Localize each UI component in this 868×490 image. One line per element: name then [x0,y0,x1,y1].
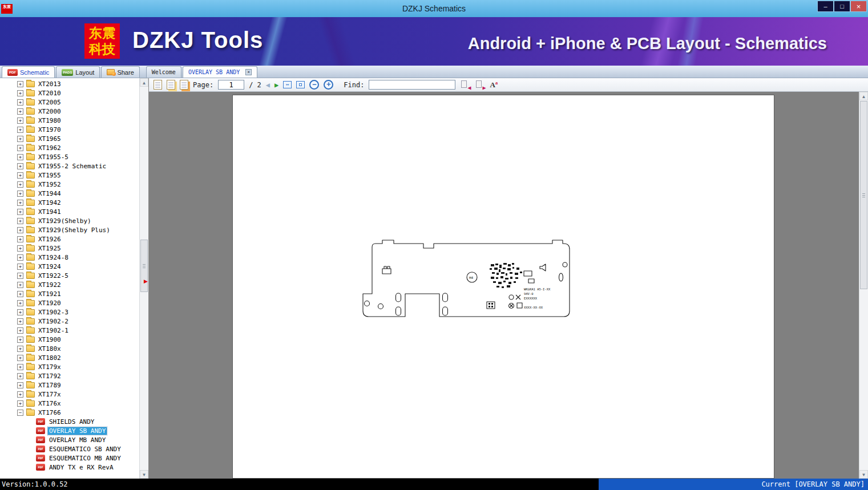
previous-page-icon[interactable]: ◀ [266,82,270,88]
expand-icon[interactable]: + [17,364,23,370]
expand-icon[interactable]: + [17,309,23,315]
single-page-view-icon[interactable] [154,80,162,90]
tree-item[interactable]: +XT1902-2 [0,317,139,326]
tree-item[interactable]: PDFOVERLAY SB ANDY [0,426,139,435]
expand-icon[interactable]: + [17,227,23,233]
expand-icon[interactable]: + [17,337,23,343]
expand-icon[interactable]: + [17,200,23,206]
tab-close-icon[interactable]: × [245,69,252,75]
expand-icon[interactable]: + [17,264,23,270]
zoom-in-icon[interactable]: + [324,80,333,90]
fit-page-icon[interactable] [296,81,305,88]
expand-icon[interactable]: + [17,163,23,169]
tab-share[interactable]: Share [101,66,139,78]
scroll-down-icon[interactable]: ▼ [140,470,148,479]
expand-icon[interactable]: + [17,191,23,197]
tree-item[interactable]: +XT2013 [0,79,139,88]
tree-item[interactable]: PDFESQUEMATICO MB ANDY [0,453,139,463]
expand-icon[interactable]: + [17,291,23,297]
tree-item[interactable]: +XT1902-3 [0,307,139,317]
tree-item[interactable]: +XT1924 [0,262,139,271]
expand-icon[interactable]: + [17,209,23,215]
tree-item[interactable]: +XT1902-1 [0,326,139,335]
expand-icon[interactable]: + [17,81,23,87]
expand-icon[interactable]: + [17,172,23,179]
tree-item[interactable]: +XT1965 [0,134,139,143]
minimize-button[interactable]: – [817,1,834,12]
viewer-scrollbar[interactable]: ▲ ▼ [859,92,868,479]
expand-icon[interactable]: + [17,282,23,288]
tree-item[interactable]: PDFANDY TX e RX RevA [0,463,139,472]
expand-icon[interactable]: + [17,245,23,252]
expand-icon[interactable]: + [17,382,23,388]
expand-icon[interactable]: + [17,218,23,224]
tab-overlay-sb-andy[interactable]: OVERLAY SB ANDY × [183,66,257,78]
tree-item[interactable]: +XT1942 [0,198,139,207]
viewer-scrollbar-thumb[interactable] [860,101,867,289]
maximize-button[interactable]: □ [834,1,850,12]
expand-icon[interactable]: + [17,108,23,115]
tree-item[interactable]: +XT1929(Shelby Plus) [0,225,139,234]
tree-item[interactable]: +XT1980 [0,116,139,125]
tree-item[interactable]: +XT176x [0,399,139,408]
fit-width-icon[interactable]: ↔ [283,81,292,88]
tree-item[interactable]: +XT1952 [0,180,139,189]
tree-item[interactable]: +XT1792 [0,371,139,380]
expand-icon[interactable]: + [17,99,23,106]
expand-icon[interactable]: + [17,400,23,407]
tree-item[interactable]: +XT2010 [0,88,139,98]
find-input[interactable] [369,80,455,90]
expand-icon[interactable]: + [17,154,23,160]
expand-icon[interactable]: + [17,236,23,242]
collapse-icon[interactable]: − [17,410,23,416]
tree-item[interactable]: +XT177x [0,390,139,399]
tree-item[interactable]: +XT2005 [0,98,139,107]
tree-item[interactable]: +XT1955 [0,171,139,180]
expand-icon[interactable]: + [17,318,23,325]
tree-item[interactable]: +XT1955-5 [0,152,139,161]
tree-item[interactable]: PDFESQUEMATICO SB ANDY [0,444,139,453]
expand-icon[interactable]: + [17,145,23,151]
tab-welcome[interactable]: Welcome [146,66,181,78]
tree-item[interactable]: +XT1929(Shelby) [0,216,139,225]
tree-item[interactable]: +XT1941 [0,207,139,216]
tree-item[interactable]: −XT1766 [0,408,139,417]
tree-item[interactable]: +XT1962 [0,143,139,152]
tree-item[interactable]: +XT1926 [0,234,139,244]
tree-item[interactable]: +XT1922-5 [0,271,139,280]
expand-icon[interactable]: + [17,373,23,379]
tab-schematic[interactable]: PDF Schematic [2,66,55,78]
tree-item[interactable]: +XT1802 [0,353,139,362]
expand-icon[interactable]: + [17,273,23,279]
expand-icon[interactable]: + [17,391,23,398]
tree-item[interactable]: +XT180x [0,344,139,353]
tree-item[interactable]: +XT1924-8 [0,253,139,262]
text-size-icon[interactable]: Aa [490,80,498,90]
tree-scrollbar-thumb[interactable] [140,240,148,292]
tree-item[interactable]: +XT1900 [0,335,139,344]
page-number-input[interactable] [218,80,244,90]
tree-item[interactable]: +XT2000 [0,107,139,116]
pdf-viewer-canvas[interactable]: H4 WKGKA1 A5-I-XX 94V-0 EXXXXXX XXXX-XX-… [149,92,868,479]
tab-layout[interactable]: PADS Layout [56,66,100,78]
expand-icon[interactable]: + [17,181,23,188]
expand-icon[interactable]: + [17,118,23,124]
continuous-view-icon[interactable] [180,80,188,90]
expand-icon[interactable]: + [17,90,23,96]
facing-pages-view-icon[interactable] [167,80,175,90]
tree-item[interactable]: +XT1789 [0,380,139,390]
tree-item[interactable]: PDFOVERLAY MB ANDY [0,435,139,444]
tree-item[interactable]: +XT1944 [0,189,139,198]
next-page-icon[interactable]: ▶ [274,82,278,88]
tree-item[interactable]: +XT1955-2 Schematic [0,161,139,171]
expand-icon[interactable]: + [17,327,23,334]
expand-icon[interactable]: + [17,355,23,361]
tree-item[interactable]: PDFSHIELDS ANDY [0,417,139,426]
tree-item[interactable]: +XT1921 [0,289,139,298]
find-previous-icon[interactable]: ◀ [460,80,470,90]
tree-item[interactable]: +XT179x [0,362,139,371]
tree-item[interactable]: +XT1920 [0,298,139,307]
tree-item[interactable]: +XT1922 [0,280,139,289]
scroll-up-icon[interactable]: ▲ [859,92,868,100]
expand-icon[interactable]: + [17,346,23,352]
